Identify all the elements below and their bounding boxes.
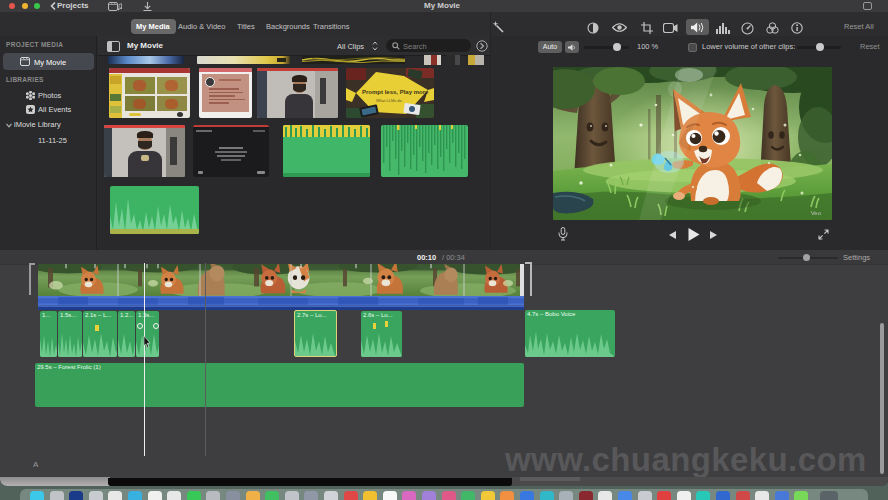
svg-text:Veo: Veo — [811, 210, 822, 216]
